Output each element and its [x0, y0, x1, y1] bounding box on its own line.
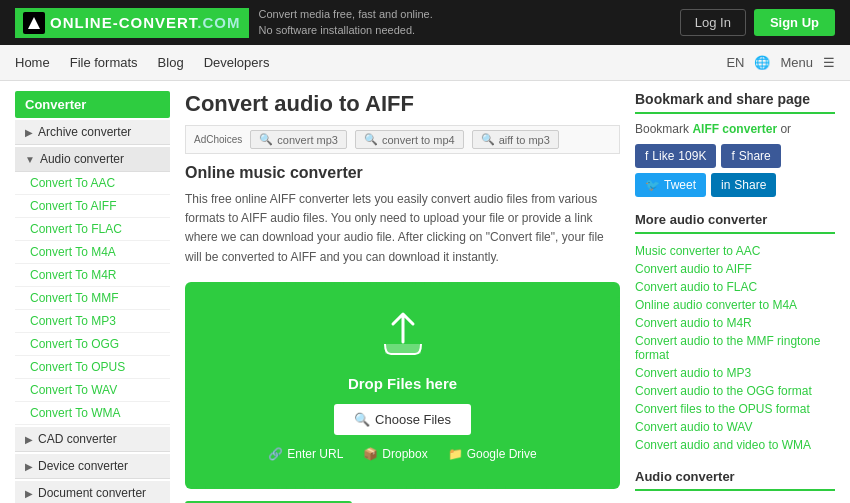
search-icon-1: 🔍 — [259, 133, 273, 146]
description-title: Online music converter — [185, 164, 620, 182]
upload-options: 🔗 Enter URL 📦 Dropbox 📁 Google Drive — [208, 447, 597, 461]
sidebar-item-wav[interactable]: Convert To WAV — [15, 379, 170, 402]
header-buttons: Log In Sign Up — [680, 9, 835, 36]
sidebar-item-aac[interactable]: Convert To AAC — [15, 172, 170, 195]
like-count: 109K — [678, 149, 706, 163]
nav-developers[interactable]: Developers — [204, 47, 270, 78]
sidebar-item-m4r[interactable]: Convert To M4R — [15, 264, 170, 287]
social-buttons-row1: f Like 109K f Share — [635, 144, 835, 168]
logo-box[interactable]: ONLINE-CONVERT.COM — [15, 8, 249, 38]
sidebar-section-label-document: Document converter — [38, 486, 146, 500]
arrow-icon-cad: ▶ — [25, 434, 33, 445]
right-sidebar: Bookmark and share page Bookmark AIFF co… — [635, 91, 835, 503]
enter-url-label: Enter URL — [287, 447, 343, 461]
sidebar-section-title-cad[interactable]: ▶ CAD converter — [15, 427, 170, 452]
more-link-flac[interactable]: Convert audio to FLAC — [635, 278, 835, 296]
sidebar-section-audio: ▼ Audio converter Convert To AAC Convert… — [15, 147, 170, 425]
facebook-like-button[interactable]: f Like 109K — [635, 144, 716, 168]
bookmark-text: Bookmark AIFF converter or — [635, 122, 835, 136]
nav-home[interactable]: Home — [15, 47, 50, 78]
bookmark-title: Bookmark and share page — [635, 91, 835, 114]
search-icon-choose: 🔍 — [354, 412, 370, 427]
facebook-share-label: Share — [739, 149, 771, 163]
facebook-icon-like: f — [645, 149, 648, 163]
login-button[interactable]: Log In — [680, 9, 746, 36]
more-converter-section: More audio converter Music converter to … — [635, 212, 835, 454]
more-link-mp3[interactable]: Convert audio to MP3 — [635, 364, 835, 382]
sidebar-item-opus[interactable]: Convert To OPUS — [15, 356, 170, 379]
facebook-share-button[interactable]: f Share — [721, 144, 780, 168]
choose-files-button[interactable]: 🔍 Choose Files — [334, 404, 471, 435]
upload-icon — [208, 310, 597, 367]
description-box: Online music converter This free online … — [185, 164, 620, 267]
nav-menu[interactable]: Menu — [780, 55, 813, 70]
google-drive-option[interactable]: 📁 Google Drive — [448, 447, 537, 461]
ad-choices-label[interactable]: AdChoices — [194, 134, 242, 145]
bookmark-section: Bookmark and share page Bookmark AIFF co… — [635, 91, 835, 197]
nav-lang[interactable]: EN — [726, 55, 744, 70]
sidebar-section-title-archive[interactable]: ▶ Archive converter — [15, 120, 170, 145]
more-link-aiff[interactable]: Convert audio to AIFF — [635, 260, 835, 278]
header: ONLINE-CONVERT.COM Convert media free, f… — [0, 0, 850, 45]
more-link-opus[interactable]: Convert files to the OPUS format — [635, 400, 835, 418]
nav-right[interactable]: EN 🌐 Menu ☰ — [726, 55, 835, 70]
link-icon: 🔗 — [268, 447, 283, 461]
sidebar-section-document: ▶ Document converter — [15, 481, 170, 503]
sidebar-item-mmf[interactable]: Convert To MMF — [15, 287, 170, 310]
logo-icon — [23, 12, 45, 34]
linkedin-icon: in — [721, 178, 730, 192]
upload-area[interactable]: Drop Files here 🔍 Choose Files 🔗 Enter U… — [185, 282, 620, 489]
sidebar-item-flac[interactable]: Convert To FLAC — [15, 218, 170, 241]
ad-item-aiff-label: aiff to mp3 — [499, 134, 550, 146]
google-drive-icon: 📁 — [448, 447, 463, 461]
facebook-icon-share: f — [731, 149, 734, 163]
enter-url-option[interactable]: 🔗 Enter URL — [268, 447, 343, 461]
nav: Home File formats Blog Developers EN 🌐 M… — [0, 45, 850, 81]
arrow-icon-archive: ▶ — [25, 127, 33, 138]
linkedin-share-label: Share — [734, 178, 766, 192]
ad-item-mp3-label: convert mp3 — [277, 134, 338, 146]
nav-blog[interactable]: Blog — [158, 47, 184, 78]
sidebar-section-title-audio[interactable]: ▼ Audio converter — [15, 147, 170, 172]
aiff-converter-link[interactable]: AIFF converter — [692, 122, 777, 136]
choose-files-label: Choose Files — [375, 412, 451, 427]
more-link-wav[interactable]: Convert audio to WAV — [635, 418, 835, 436]
sidebar-section-device: ▶ Device converter — [15, 454, 170, 479]
more-link-mmf[interactable]: Convert audio to the MMF ringtone format — [635, 332, 835, 364]
ad-item-mp3[interactable]: 🔍 convert mp3 — [250, 130, 347, 149]
content-area: Convert audio to AIFF AdChoices 🔍 conver… — [185, 91, 620, 503]
sidebar-section-label-audio: Audio converter — [40, 152, 124, 166]
twitter-button[interactable]: 🐦 Tweet — [635, 173, 706, 197]
social-buttons-row2: 🐦 Tweet in Share — [635, 173, 835, 197]
google-drive-label: Google Drive — [467, 447, 537, 461]
arrow-icon-document: ▶ — [25, 488, 33, 499]
more-link-m4a[interactable]: Online audio converter to M4A — [635, 296, 835, 314]
description-text: This free online AIFF converter lets you… — [185, 190, 620, 267]
globe-icon: 🌐 — [754, 55, 770, 70]
sidebar-item-mp3[interactable]: Convert To MP3 — [15, 310, 170, 333]
ad-item-mp4-label: convert to mp4 — [382, 134, 455, 146]
more-link-wma[interactable]: Convert audio and video to WMA — [635, 436, 835, 454]
ad-item-aiff[interactable]: 🔍 aiff to mp3 — [472, 130, 559, 149]
sidebar-section-label-cad: CAD converter — [38, 432, 117, 446]
logo-tagline: Convert media free, fast and online. No … — [259, 7, 433, 38]
more-link-m4r[interactable]: Convert audio to M4R — [635, 314, 835, 332]
ad-item-mp4[interactable]: 🔍 convert to mp4 — [355, 130, 464, 149]
drop-files-text: Drop Files here — [208, 375, 597, 392]
hamburger-icon: ☰ — [823, 55, 835, 70]
more-link-ogg[interactable]: Convert audio to the OGG format — [635, 382, 835, 400]
sidebar-section-title-device[interactable]: ▶ Device converter — [15, 454, 170, 479]
signup-button[interactable]: Sign Up — [754, 9, 835, 36]
search-icon-2: 🔍 — [364, 133, 378, 146]
page-title: Convert audio to AIFF — [185, 91, 620, 117]
sidebar-item-m4a[interactable]: Convert To M4A — [15, 241, 170, 264]
sidebar-section-title-document[interactable]: ▶ Document converter — [15, 481, 170, 503]
nav-file-formats[interactable]: File formats — [70, 47, 138, 78]
sidebar-item-aiff[interactable]: Convert To AIFF — [15, 195, 170, 218]
dropbox-option[interactable]: 📦 Dropbox — [363, 447, 427, 461]
linkedin-button[interactable]: in Share — [711, 173, 776, 197]
sidebar-item-ogg[interactable]: Convert To OGG — [15, 333, 170, 356]
more-link-aac[interactable]: Music converter to AAC — [635, 242, 835, 260]
sidebar-item-wma[interactable]: Convert To WMA — [15, 402, 170, 425]
sidebar-section-label-device: Device converter — [38, 459, 128, 473]
